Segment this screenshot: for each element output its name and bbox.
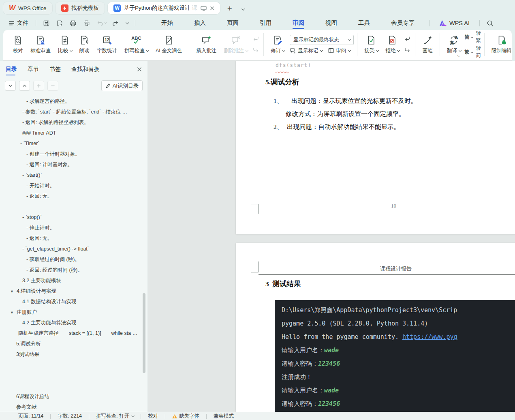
outline-item[interactable]: - `Timer`	[0, 138, 147, 149]
tab-reference[interactable]: 引用	[249, 16, 282, 30]
tab-page[interactable]: 页面	[216, 16, 249, 30]
quickbar-chevron-icon[interactable]	[123, 21, 131, 26]
previous-change-icon[interactable]	[403, 34, 412, 43]
section-heading-test-results: 3 测试结果	[265, 279, 301, 289]
proofread-button[interactable]: 校对	[9, 32, 27, 57]
to-simplified-button[interactable]: 繁→ 转简	[464, 45, 481, 59]
ai-polish-button[interactable]: AI 全文润色	[152, 32, 186, 57]
wps-ai-button[interactable]: WPS AI	[434, 20, 475, 26]
track-changes-button[interactable]: 修订	[267, 32, 288, 57]
outline-item[interactable]	[0, 370, 147, 381]
outline-item[interactable]: - 停止计时。	[0, 223, 147, 233]
outline-item[interactable]: - 返回: 无。	[0, 191, 147, 201]
outline-item[interactable]: - 参数: `start` - 起始位置坐标, `end` - 结束位 …	[0, 107, 147, 117]
fan-glyph-icon: 繁	[464, 49, 469, 56]
to-traditional-button[interactable]: 简→ 转繁	[464, 30, 481, 44]
status-proofread[interactable]: 校对	[141, 413, 165, 420]
tab-review[interactable]: 审阅	[282, 16, 315, 30]
outline-expand-icon[interactable]: ▼	[10, 289, 14, 294]
translate-button[interactable]: 文 A 翻译	[443, 32, 464, 57]
outline-item[interactable]: ### Timer ADT	[0, 128, 147, 138]
spell-check-button[interactable]: ABC 拼写检查	[121, 32, 152, 57]
outline-item[interactable]: - 返回: 计时器对象。	[0, 159, 147, 170]
export-pdf-icon[interactable]	[53, 19, 66, 28]
tab-insert[interactable]: 插入	[184, 16, 216, 30]
toc-previous-heading-button[interactable]	[19, 81, 30, 91]
group-expand-icon[interactable]: ↘	[457, 54, 460, 58]
outline-item[interactable]: ▼注册账户	[0, 307, 147, 317]
console-line-password-1: 请输入密码：123456	[282, 357, 515, 371]
outline-item[interactable]: 3.2 主要功能模块	[0, 275, 147, 286]
outline-item[interactable]: - 求解迷宫的路径。	[0, 96, 147, 107]
outline-item[interactable]: ▼4.详细设计与实现	[0, 286, 147, 296]
status-spellcheck[interactable]: 拼写检查: 打开	[89, 413, 141, 420]
status-missing-font[interactable]: 缺失字体	[165, 413, 206, 420]
compare-button[interactable]: 比较	[54, 32, 75, 57]
outline-item[interactable]: - 返回: 求解的路径坐标列表。	[0, 117, 147, 128]
ink-brush-button[interactable]: 画笔	[419, 32, 436, 57]
outline-item[interactable]: - 开始计时。	[0, 180, 147, 191]
print-preview-icon[interactable]	[80, 19, 93, 28]
status-word-count[interactable]: 字数: 2214	[51, 413, 89, 420]
document-area[interactable]: dfs(start) wwwww 5.调试分析 1、出现问题：显示玩家位置的光标…	[148, 61, 515, 412]
review-pane-button[interactable]: 审阅	[328, 47, 350, 54]
outline-item[interactable]: - `get_elapsed_time() -> float`	[0, 244, 147, 254]
outline-item[interactable]: 随机生成迷宫路径 stack = [(1, 1)] while sta …	[0, 328, 147, 339]
tab-membership[interactable]: 会员专享	[380, 16, 425, 30]
ai-recognize-toc-button[interactable]: AI识别目录	[101, 80, 143, 91]
outline-item[interactable]: - 创建一个计时器对象。	[0, 149, 147, 159]
sidebar-tab-find-replace[interactable]: 查找和替换	[71, 61, 100, 78]
word-count-button[interactable]: 12 字数统计	[93, 32, 121, 57]
outline-item[interactable]	[0, 201, 147, 212]
present-monitor-icon[interactable]	[201, 6, 207, 11]
read-aloud-button[interactable]: 朗读	[75, 32, 93, 57]
outline-expand-icon[interactable]: ▼	[10, 311, 14, 315]
outline-item[interactable]: - `start()`	[0, 170, 147, 180]
tab-wps-office[interactable]: W WPS Office	[3, 2, 52, 14]
reject-change-button[interactable]: 拒绝	[382, 32, 403, 57]
tab-docer-templates[interactable]: 找稻壳模板	[56, 2, 105, 14]
tab-home[interactable]: 开始	[151, 16, 184, 30]
search-icon[interactable]	[484, 19, 496, 28]
outline-item[interactable]: 6课程设计总结	[0, 391, 147, 402]
document-page-10[interactable]: dfs(start) wwwww 5.调试分析 1、出现问题：显示玩家位置的光标…	[236, 61, 515, 234]
close-tab-icon[interactable]	[210, 6, 214, 11]
document-page-11[interactable]: 课程设计报告 3 测试结果 D:\Users\郑照鑫\AppData\pytho…	[236, 243, 515, 412]
show-markup-button[interactable]: 显示标记	[290, 47, 322, 54]
redo-icon[interactable]	[109, 19, 122, 28]
outline-item[interactable]: 4.2 主要功能与算法实现	[0, 317, 147, 328]
pygame-link[interactable]: https://www.pyg	[402, 333, 457, 341]
tab-list-chevron-icon[interactable]	[239, 4, 246, 13]
toc-next-heading-button[interactable]	[5, 81, 16, 91]
tab-document[interactable]: W 基于Python的迷宫游戏设计 课	[108, 2, 220, 14]
outline-item[interactable]	[0, 381, 147, 391]
tab-view[interactable]: 视图	[315, 16, 348, 30]
insert-comment-button[interactable]: 插入批注	[192, 32, 220, 57]
sidebar-scrollbar[interactable]	[143, 293, 145, 373]
sidebar-tab-chapter[interactable]: 章节	[28, 61, 39, 78]
sidebar-close-icon[interactable]	[137, 67, 142, 72]
print-icon[interactable]	[67, 19, 79, 28]
accept-change-button[interactable]: 接受	[361, 32, 382, 57]
outline-item[interactable]	[0, 360, 147, 370]
outline-item[interactable]: 4.1 数据结构设计与实现	[0, 296, 147, 307]
outline-item[interactable]: 3测试结果	[0, 349, 147, 360]
standard-review-button[interactable]: 标准审查	[27, 32, 54, 57]
save-icon[interactable]	[40, 19, 53, 28]
status-compatibility-mode[interactable]: 兼容模式	[207, 413, 241, 420]
outline-item[interactable]: 参考文献	[0, 402, 147, 412]
status-page-indicator[interactable]: 页面: 11/14	[18, 413, 50, 420]
outline-item[interactable]: - `stop()`	[0, 212, 147, 223]
restrict-editing-button[interactable]: 限制编辑	[488, 32, 515, 57]
outline-item[interactable]: - 获取经过的时间 (秒)。	[0, 254, 147, 265]
file-menu[interactable]: 文件	[6, 19, 32, 27]
next-change-icon[interactable]	[403, 46, 412, 55]
tab-tools[interactable]: 工具	[348, 16, 380, 30]
sidebar-tab-toc[interactable]: 目录	[6, 61, 17, 78]
outline-item[interactable]: - 返回: 无。	[0, 233, 147, 244]
outline-item[interactable]: - 返回: 经过的时间 (秒)。	[0, 265, 147, 275]
new-tab-button[interactable]: ＋	[223, 3, 236, 13]
outline-item[interactable]: 5.调试分析	[0, 339, 147, 349]
sidebar-tab-bookmark[interactable]: 书签	[49, 61, 61, 78]
markup-state-combobox[interactable]: 显示标记的最终状态	[290, 35, 354, 45]
